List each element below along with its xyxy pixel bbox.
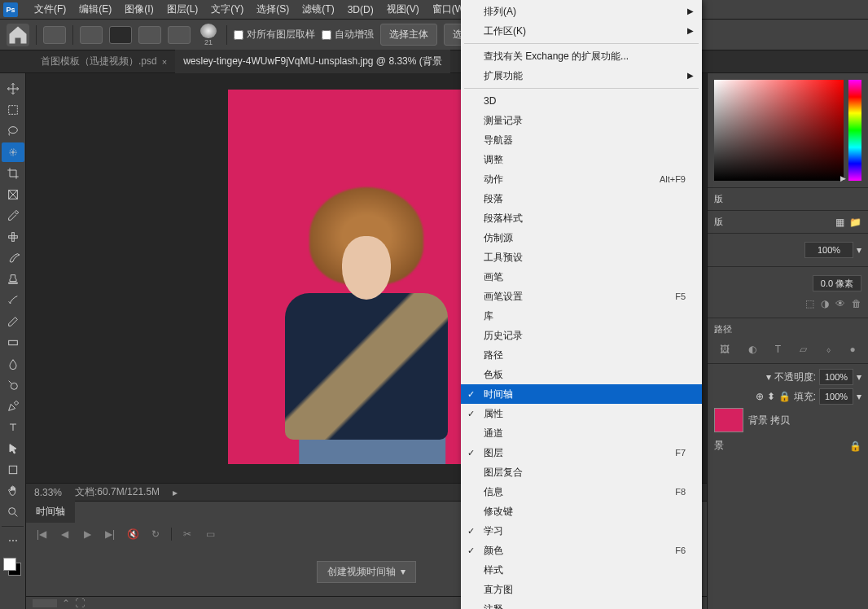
- next-frame-icon[interactable]: ▶|: [103, 527, 117, 541]
- chevron-down-icon[interactable]: ▾: [857, 391, 861, 402]
- auto-enhance[interactable]: 自动增强: [322, 28, 374, 42]
- menu-image[interactable]: 图像(I): [118, 0, 160, 20]
- lock-art-icon[interactable]: ⬍: [767, 391, 775, 402]
- text-icon[interactable]: T: [775, 344, 781, 355]
- mask-icon[interactable]: ◑: [821, 298, 829, 309]
- menu-3d[interactable]: 3D: [461, 91, 702, 111]
- menu-actions[interactable]: 动作Alt+F9: [461, 169, 702, 189]
- menu-arrange[interactable]: 排列(A)▶: [461, 2, 702, 21]
- history-brush-tool[interactable]: [2, 291, 24, 310]
- go-start-icon[interactable]: |◀: [34, 527, 49, 541]
- footer-seg[interactable]: [33, 599, 57, 607]
- menu-tool-presets[interactable]: 工具预设: [461, 248, 702, 267]
- frame-tool[interactable]: [2, 185, 24, 204]
- menu-color[interactable]: ✓颜色F6: [461, 541, 702, 560]
- feather-input[interactable]: [813, 275, 861, 291]
- shape-tool[interactable]: [2, 460, 24, 480]
- create-video-timeline-button[interactable]: 创建视频时间轴▾: [317, 561, 416, 583]
- lasso-tool[interactable]: [2, 121, 24, 141]
- gradient-tool[interactable]: [2, 333, 24, 353]
- grid-icon[interactable]: ▦: [835, 217, 844, 228]
- eraser-tool[interactable]: [2, 312, 24, 331]
- sel-icon[interactable]: ⬚: [805, 298, 814, 309]
- menu-extensions[interactable]: 扩展功能▶: [461, 66, 702, 85]
- menu-library[interactable]: 库: [461, 306, 702, 326]
- menu-edit[interactable]: 编辑(E): [72, 0, 118, 20]
- pen-tool[interactable]: [2, 397, 24, 416]
- layer-name[interactable]: 景: [714, 439, 724, 453]
- menu-timeline[interactable]: ✓时间轴: [461, 384, 702, 404]
- menu-notes[interactable]: 注释: [461, 599, 702, 609]
- close-icon[interactable]: ×: [162, 57, 167, 67]
- chevron-down-icon[interactable]: ▾: [766, 371, 771, 383]
- selection-new[interactable]: [80, 26, 103, 44]
- menu-paragraph[interactable]: 段落: [461, 189, 702, 208]
- folder-icon[interactable]: 📁: [849, 217, 861, 228]
- loop-icon[interactable]: ↻: [148, 527, 163, 541]
- menu-paragraph-styles[interactable]: 段落样式: [461, 208, 702, 228]
- sample-all-layers[interactable]: 对所有图层取样: [234, 28, 315, 42]
- chevron-icon[interactable]: ⌃: [62, 598, 70, 609]
- selection-intersect[interactable]: [168, 26, 191, 44]
- dodge-tool[interactable]: [2, 375, 24, 395]
- menu-type[interactable]: 文字(Y): [204, 0, 250, 20]
- brush-tool[interactable]: [2, 248, 24, 268]
- home-icon[interactable]: [7, 24, 29, 46]
- eyedropper-tool[interactable]: [2, 206, 24, 226]
- zoom-level[interactable]: 8.33%: [34, 487, 62, 498]
- edit-toolbar[interactable]: ⋯: [2, 531, 24, 550]
- menu-clone-source[interactable]: 仿制源: [461, 228, 702, 248]
- percent-input[interactable]: [804, 242, 853, 258]
- audio-icon[interactable]: 🔇: [125, 527, 140, 541]
- move-tool[interactable]: [2, 79, 24, 99]
- layer-name[interactable]: 背景 拷贝: [748, 414, 790, 427]
- presets-tab[interactable]: 版: [714, 216, 723, 228]
- zoom-tool[interactable]: [2, 502, 24, 522]
- menu-history[interactable]: 历史记录: [461, 326, 702, 345]
- lock-all-icon[interactable]: 🔒: [778, 391, 791, 402]
- menu-modifier[interactable]: 修改键: [461, 502, 702, 521]
- mask2-icon[interactable]: ◐: [748, 344, 756, 355]
- doc-size[interactable]: 文档:60.7M/121.5M: [75, 485, 160, 499]
- expand-icon[interactable]: ⛶: [75, 598, 85, 609]
- menu-brush-settings[interactable]: 画笔设置F5: [461, 287, 702, 306]
- menu-learn[interactable]: ✓学习: [461, 521, 702, 541]
- eye-icon[interactable]: 👁: [835, 298, 845, 309]
- quick-select-tool[interactable]: [2, 142, 24, 162]
- select-subject-button[interactable]: 选择主体: [380, 24, 437, 46]
- hue-slider[interactable]: [848, 80, 861, 181]
- menu-find-extensions[interactable]: 查找有关 Exchange 的扩展功能...: [461, 46, 702, 66]
- menu-histogram[interactable]: 直方图: [461, 580, 702, 599]
- timeline-tab[interactable]: 时间轴: [26, 501, 75, 523]
- menu-3d[interactable]: 3D(D): [341, 1, 380, 19]
- menu-channels[interactable]: 通道: [461, 423, 702, 443]
- menu-workspace[interactable]: 工作区(K)▶: [461, 21, 702, 41]
- menu-properties[interactable]: ✓属性: [461, 404, 702, 423]
- prev-frame-icon[interactable]: ◀: [57, 527, 72, 541]
- paths-tab[interactable]: 路径: [714, 324, 732, 334]
- menu-info[interactable]: 信息F8: [461, 482, 702, 502]
- selection-sub[interactable]: [138, 26, 161, 44]
- lock-icon[interactable]: 🔒: [849, 440, 861, 452]
- hand-tool[interactable]: [2, 481, 24, 501]
- menu-brush[interactable]: 画笔: [461, 267, 702, 287]
- img-icon[interactable]: 🖼: [720, 344, 730, 355]
- transition-icon[interactable]: ▭: [203, 527, 217, 541]
- document-tab-2[interactable]: wesley-tingey-4WUwF9jVqMU-unsplash.jpg @…: [175, 50, 450, 73]
- foreground-color[interactable]: [3, 558, 16, 571]
- marquee-tool[interactable]: [2, 100, 24, 120]
- chevron-down-icon[interactable]: ▾: [857, 244, 861, 256]
- menu-styles[interactable]: 样式: [461, 560, 702, 580]
- swatches-tab[interactable]: 版: [714, 194, 723, 204]
- opacity-input[interactable]: [819, 369, 853, 385]
- tool-preset[interactable]: [43, 26, 66, 44]
- layer-row[interactable]: 背景 拷贝: [714, 405, 861, 436]
- color-field[interactable]: [714, 80, 844, 181]
- lock-pos-icon[interactable]: ⊕: [756, 391, 764, 402]
- menu-layers[interactable]: ✓图层F7: [461, 443, 702, 462]
- status-arrow-icon[interactable]: ▸: [173, 487, 178, 498]
- dot-icon[interactable]: ●: [849, 344, 855, 355]
- shape2-icon[interactable]: ▱: [800, 344, 807, 355]
- menu-paths[interactable]: 路径: [461, 345, 702, 365]
- menu-filter[interactable]: 滤镜(T): [296, 0, 340, 20]
